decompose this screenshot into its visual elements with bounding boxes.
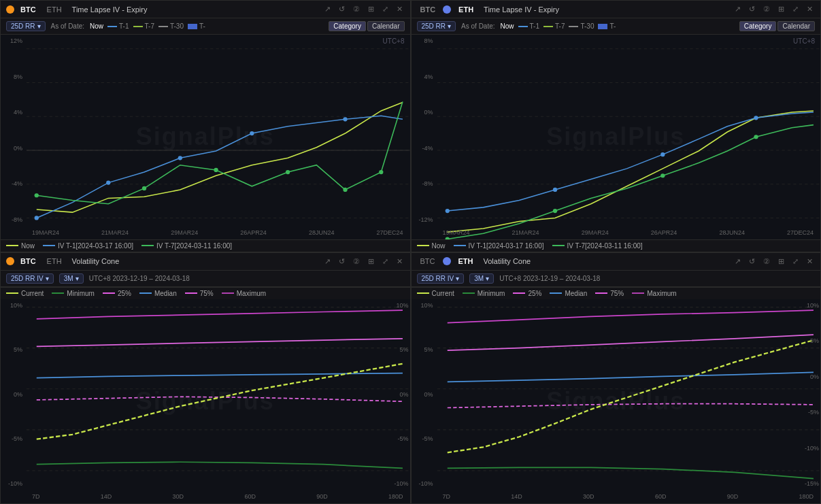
legend-iv-t1: IV T-1[2024-03-17 16:00] (43, 242, 133, 250)
vol-toolbar-eth: 25D RR IV ▾ 3M ▾ UTC+8 2023-12-19 – 2024… (412, 271, 821, 287)
eth-tab-btc-panel[interactable]: ETH (44, 5, 65, 14)
svg-point-27 (754, 116, 758, 120)
number-icon[interactable]: ② (351, 4, 362, 14)
expand-icon-btc-vc[interactable]: ⊞ (366, 256, 376, 267)
eth-tab-eth-panel[interactable]: ETH (455, 5, 477, 14)
refresh-icon-btc-vc[interactable]: ↺ (337, 256, 347, 267)
max-line-icon-eth (632, 292, 644, 294)
btc-badge-vc: BTC (6, 256, 39, 266)
legend-iv-t1-eth: IV T-1[2024-03-17 16:00] (454, 242, 544, 250)
t30-opt[interactable]: T-30 (158, 22, 184, 30)
refresh-icon[interactable]: ↺ (337, 4, 347, 14)
fullscreen-icon-btc-vc[interactable]: ⤢ (380, 256, 390, 267)
btc-tab-vc[interactable]: BTC (17, 256, 39, 266)
current-line-icon (6, 292, 18, 294)
cat-cal-btns-btc: Category Calendar (329, 21, 404, 31)
chart-svg-eth-vc (412, 299, 821, 504)
vc-period-eth[interactable]: 3M ▾ (469, 273, 494, 284)
btc-tab-eth-vc[interactable]: BTC (417, 256, 439, 266)
calendar-btn-btc[interactable]: Calendar (367, 21, 405, 31)
svg-point-29 (552, 209, 556, 213)
tc-opt-eth[interactable]: T- (598, 22, 616, 30)
external-link-icon-eth[interactable]: ↗ (733, 4, 743, 14)
rr-selector-btc[interactable]: 25D RR ▾ (6, 21, 46, 31)
number-icon-btc-vc[interactable]: ② (351, 256, 362, 267)
expand-icon-eth-vc[interactable]: ⊞ (776, 256, 786, 267)
btc-coin-badge-eth: BTC (417, 5, 439, 14)
fullscreen-icon-eth[interactable]: ⤢ (790, 4, 801, 14)
t1-opt-eth[interactable]: T-1 (518, 22, 539, 30)
current-line-icon-eth (417, 292, 429, 294)
category-btn-eth[interactable]: Category (739, 21, 777, 31)
x-axis-eth-vc: 7D 14D 30D 60D 90D 180D (436, 490, 821, 503)
external-link-icon-btc-vc[interactable]: ↗ (322, 256, 333, 267)
category-btn-btc[interactable]: Category (329, 21, 366, 31)
vc-selector-eth[interactable]: 25D RR IV ▾ (417, 273, 465, 284)
rr-selector-eth[interactable]: 25D RR ▾ (417, 21, 456, 31)
iv-t1-line-icon-eth (454, 245, 466, 246)
number-icon-eth[interactable]: ② (761, 4, 772, 14)
close-icon-eth[interactable]: ✕ (805, 4, 815, 14)
external-link-icon-eth-vc[interactable]: ↗ (733, 256, 743, 267)
calendar-btn-eth[interactable]: Calendar (777, 21, 815, 31)
t7-opt-eth[interactable]: T-7 (543, 22, 565, 30)
eth-tab-eth-vc[interactable]: ETH (455, 256, 477, 266)
external-link-icon[interactable]: ↗ (322, 4, 333, 14)
chart-svg-eth-tl (412, 35, 821, 239)
eth-icon (443, 5, 451, 14)
chart-svg-btc-tl (1, 35, 410, 239)
asof-label-eth: As of Date: (461, 22, 495, 30)
legend-eth-vc: Current Minimum 25% Median 75% Maximum (412, 287, 821, 299)
fullscreen-icon-eth-vc[interactable]: ⤢ (790, 256, 801, 267)
btc-coin-badge: BTC (6, 5, 39, 14)
close-icon-btc-vc[interactable]: ✕ (395, 256, 405, 267)
legend-median-btc: Median (139, 290, 177, 297)
btc-timelapse-panel: BTC ETH Time Lapse IV - Expiry ↗ ↺ ② ⊞ ⤢… (0, 0, 411, 252)
t7-opt[interactable]: T-7 (133, 22, 154, 30)
t1-opt[interactable]: T-1 (107, 22, 129, 30)
btc-volcone-panel: BTC ETH Volatility Cone ↗ ↺ ② ⊞ ⤢ ✕ 25D … (0, 252, 411, 505)
svg-point-14 (214, 168, 218, 172)
asof-label: As of Date: (51, 22, 84, 30)
vc-period-btc[interactable]: 3M ▾ (59, 273, 84, 284)
median-line-icon-eth (550, 292, 562, 294)
t30-opt-eth[interactable]: T-30 (569, 22, 594, 30)
btc-tab-eth-panel[interactable]: BTC (417, 5, 439, 14)
tc-opt[interactable]: T- (188, 22, 205, 30)
number-icon-eth-vc[interactable]: ② (761, 256, 772, 267)
expand-icon[interactable]: ⊞ (366, 4, 376, 14)
legend-eth-tl: Now IV T-1[2024-03-17 16:00] IV T-7[2024… (412, 239, 821, 252)
eth-dot-vc (443, 257, 451, 265)
legend-min-eth: Minimum (463, 290, 505, 297)
iv-t7-line-icon-eth (552, 245, 565, 246)
min-line-icon (52, 292, 64, 294)
fullscreen-icon[interactable]: ⤢ (380, 4, 390, 14)
close-icon-eth-vc[interactable]: ✕ (805, 256, 815, 267)
legend-max-btc: Maximum (222, 290, 266, 297)
time-options-btc: Now T-1 T-7 T-30 T- (90, 22, 205, 30)
legend-btc-tl: Now IV T-1[2024-03-17 16:00] IV T-7[2024… (1, 239, 410, 252)
time-options-eth: Now T-1 T-7 T-30 T- (501, 22, 616, 30)
refresh-icon-eth-vc[interactable]: ↺ (747, 256, 757, 267)
now-opt-eth[interactable]: Now (501, 22, 514, 30)
panel-header-btc-tl: BTC ETH Time Lapse IV - Expiry ↗ ↺ ② ⊞ ⤢… (1, 1, 410, 18)
chart-svg-btc-vc (1, 299, 410, 504)
now-opt[interactable]: Now (90, 22, 103, 30)
svg-point-9 (178, 156, 182, 160)
refresh-icon-eth[interactable]: ↺ (747, 4, 757, 14)
btc-tab[interactable]: BTC (17, 5, 39, 14)
vc-selector-btc[interactable]: 25D RR IV ▾ (6, 273, 54, 284)
panel-title-eth-tl: Time Lapse IV - Expiry (484, 5, 559, 14)
vol-toolbar-btc: 25D RR IV ▾ 3M ▾ UTC+8 2023-12-19 – 2024… (1, 271, 410, 287)
expand-icon-eth[interactable]: ⊞ (776, 4, 786, 14)
header-icons-eth-tl: ↗ ↺ ② ⊞ ⤢ ✕ (733, 4, 815, 14)
now-line-icon-eth (417, 245, 429, 246)
vc-daterange-eth: UTC+8 2023-12-19 – 2024-03-18 (499, 275, 600, 282)
toolbar-btc-tl: 25D RR ▾ As of Date: Now T-1 T-7 T-30 T- (1, 18, 410, 35)
svg-point-11 (343, 117, 347, 121)
legend-current-btc: Current (6, 290, 44, 297)
eth-tab-vc-btc[interactable]: ETH (44, 256, 65, 266)
legend-btc-vc: Current Minimum 25% Median 75% Maximum (1, 287, 410, 299)
svg-point-16 (343, 188, 347, 192)
close-icon[interactable]: ✕ (395, 4, 405, 14)
